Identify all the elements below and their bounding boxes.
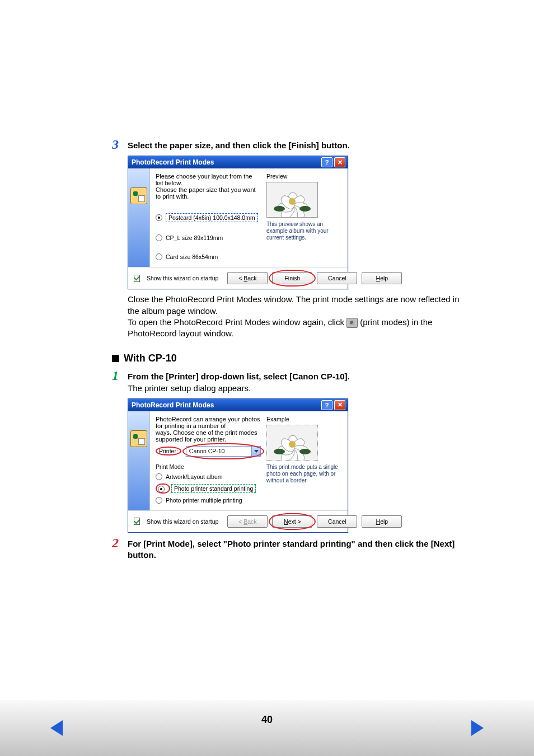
dialog2-footer: Show this wizard on startup < Back Next … [128, 510, 348, 532]
radio-icon [156, 234, 162, 241]
dialog1-side [128, 168, 150, 267]
dialog1-intro2: Choose the paper size that you want to p… [156, 186, 261, 200]
finish-button[interactable]: Finish [272, 272, 312, 284]
note-line1: Close the PhotoRecord Print Modes window… [128, 294, 467, 317]
show-wizard-label: Show this wizard on startup [147, 275, 218, 281]
printer-label: Printer: [159, 448, 178, 454]
mode-standard[interactable]: Photo printer standard printing [156, 483, 261, 494]
dialog1-intro1: Please choose your layout from the list … [156, 173, 261, 186]
dialog2-side [128, 411, 150, 510]
print-modes-icon [346, 318, 358, 328]
help-button-icon[interactable]: ? [321, 400, 332, 410]
dialog1-footer: Show this wizard on startup < Back Finis… [128, 267, 348, 289]
radio-icon [156, 214, 162, 221]
print-mode-label: Print Mode [156, 463, 261, 470]
help-button[interactable]: Help [362, 515, 402, 528]
mode-multiple-label: Photo printer multiple printing [166, 497, 242, 504]
paper-option-postcard[interactable]: Postcard (4x6in) 100.0x148.0mm [156, 213, 261, 222]
dialog1-wrap: PhotoRecord Print Modes ? ✕ Please choos… [128, 156, 467, 289]
cancel-button[interactable]: Cancel [317, 272, 357, 284]
preview-note: This preview shows an example album with… [266, 221, 342, 241]
note-line2: To open the PhotoRecord Print Modes wind… [128, 317, 467, 340]
next-button[interactable]: Next > [272, 515, 312, 528]
back-button-disabled: < Back [227, 515, 268, 528]
step-3-text: Select the paper size, and then click th… [128, 140, 467, 151]
print-modes-dialog-2: PhotoRecord Print Modes ? ✕ PhotoRecord … [128, 398, 348, 533]
radio-icon [156, 253, 162, 260]
prev-page-arrow-icon[interactable] [50, 720, 63, 736]
step-3: 3 Select the paper size, and then click … [112, 140, 467, 151]
dialog2-title: PhotoRecord Print Modes [132, 401, 320, 409]
step-1-sub: The printer setup dialog appears. [128, 383, 467, 394]
preview-label: Preview [266, 173, 342, 180]
show-wizard-checkbox[interactable] [134, 518, 140, 525]
radio-icon [156, 473, 162, 480]
step-number-3: 3 [112, 138, 128, 151]
cancel-button[interactable]: Cancel [317, 515, 357, 528]
postcard-label: Postcard (4x6in) 100.0x148.0mm [166, 213, 258, 222]
print-modes-dialog-1: PhotoRecord Print Modes ? ✕ Please choos… [128, 156, 348, 289]
wizard-icon [130, 187, 147, 204]
cpl-label: CP_L size 89x119mm [166, 234, 223, 241]
next-page-arrow-icon[interactable] [471, 720, 484, 736]
dialog2-wrap: PhotoRecord Print Modes ? ✕ PhotoRecord … [128, 398, 467, 533]
dialog2-titlebar: PhotoRecord Print Modes ? ✕ [128, 399, 348, 411]
dialog2-intro2: ways. Choose one of the print modes supp… [156, 429, 261, 443]
section-with-cp10: With CP-10 [112, 353, 467, 364]
card-label: Card size 86x54mm [166, 253, 218, 260]
show-wizard-label: Show this wizard on startup [147, 518, 218, 525]
step-number-2: 2 [112, 536, 128, 550]
printer-select[interactable]: Canon CP-10 [186, 446, 261, 457]
section-title: With CP-10 [124, 353, 177, 364]
step-1-text: From the [Printer] drop-down list, selec… [128, 371, 467, 382]
dropdown-icon [251, 447, 260, 456]
dialog2-intro1: PhotoRecord can arrange your photos for … [156, 416, 261, 429]
close-icon[interactable]: ✕ [334, 157, 345, 167]
mode-artwork-label: Artwork/Layout album [166, 473, 223, 480]
step-number-1: 1 [112, 369, 128, 382]
printer-value: Canon CP-10 [186, 448, 251, 454]
preview-image [266, 182, 318, 218]
radio-icon [156, 497, 162, 504]
paper-option-cpl[interactable]: CP_L size 89x119mm [156, 234, 261, 241]
example-image [266, 425, 318, 461]
post-dialog-note: Close the PhotoRecord Print Modes window… [128, 294, 467, 339]
close-icon[interactable]: ✕ [334, 400, 345, 410]
step-2-text: For [Print Mode], select "Photo printer … [128, 538, 467, 561]
help-button-icon[interactable]: ? [321, 157, 332, 167]
mode-standard-ring [156, 483, 170, 494]
radio-icon [158, 486, 165, 492]
wizard-icon [130, 430, 147, 447]
mode-standard-label: Photo printer standard printing [171, 484, 256, 493]
page-nav-bar: 40 [0, 700, 534, 756]
section-square-icon [112, 355, 119, 362]
step-2: 2 For [Print Mode], select "Photo printe… [112, 538, 467, 561]
mode-artwork[interactable]: Artwork/Layout album [156, 473, 261, 480]
printer-select-ring: Canon CP-10 [186, 446, 261, 457]
page-number: 40 [261, 714, 273, 726]
help-button[interactable]: Help [362, 272, 402, 284]
finish-button-ring: Finish [272, 272, 312, 284]
dialog1-titlebar: PhotoRecord Print Modes ? ✕ [128, 156, 348, 168]
next-button-ring: Next > [272, 515, 312, 528]
example-note: This print mode puts a single photo on e… [266, 464, 342, 484]
dialog1-title: PhotoRecord Print Modes [132, 158, 320, 166]
printer-label-ring: Printer: [156, 447, 181, 456]
paper-option-card[interactable]: Card size 86x54mm [156, 253, 261, 260]
example-label: Example [266, 416, 342, 422]
note-l2a: To open the PhotoRecord Print Modes wind… [128, 317, 346, 327]
show-wizard-checkbox[interactable] [134, 275, 140, 282]
step-1: 1 From the [Printer] drop-down list, sel… [112, 371, 467, 394]
mode-multiple[interactable]: Photo printer multiple printing [156, 497, 261, 504]
back-button[interactable]: < Back [227, 272, 268, 284]
